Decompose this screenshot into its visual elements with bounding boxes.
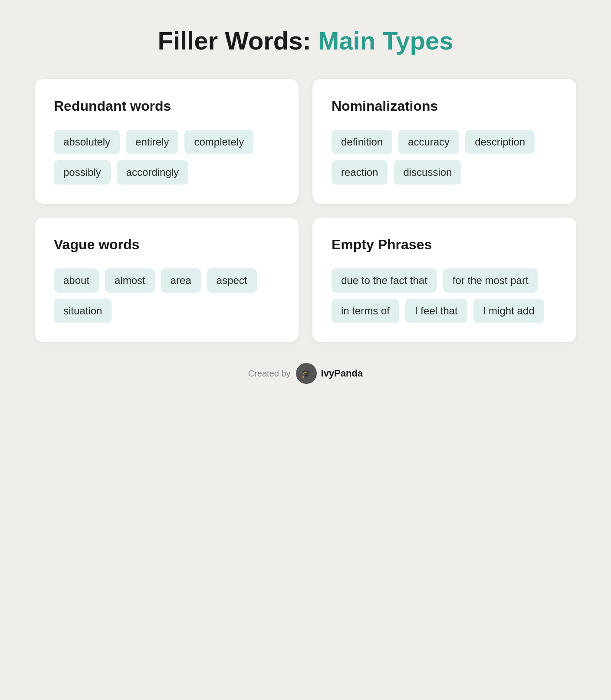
title-highlight: Main Types: [318, 26, 453, 55]
tag-item: description: [465, 130, 535, 154]
tag-item: absolutely: [54, 130, 120, 154]
created-by-text: Created by: [248, 369, 291, 379]
tag-item: reaction: [332, 160, 388, 185]
footer: Created by 🎓 IvyPanda: [248, 363, 363, 384]
tag-item: due to the fact that: [332, 268, 437, 293]
tag-item: accuracy: [398, 130, 459, 154]
tag-item: aspect: [207, 268, 257, 293]
card-title-nominalizations: Nominalizations: [332, 98, 557, 114]
tags-container-empty-phrases: due to the fact thatfor the most partin …: [332, 268, 557, 323]
tags-container-vague-words: aboutalmostareaaspectsituation: [54, 268, 279, 323]
tag-item: discussion: [394, 160, 461, 185]
tag-item: about: [54, 268, 99, 293]
brand-name: IvyPanda: [321, 368, 363, 379]
tag-item: in terms of: [332, 299, 399, 323]
page-title: Filler Words: Main Types: [158, 26, 453, 55]
brand-logo: 🎓 IvyPanda: [296, 363, 363, 384]
title-plain: Filler Words:: [158, 26, 318, 55]
card-empty-phrases: Empty Phrasesdue to the fact thatfor the…: [312, 218, 576, 342]
card-nominalizations: Nominalizationsdefinitionaccuracydescrip…: [312, 79, 576, 204]
tag-item: completely: [184, 130, 253, 154]
tag-item: possibly: [54, 160, 111, 185]
card-title-empty-phrases: Empty Phrases: [332, 237, 557, 253]
tag-item: situation: [54, 299, 112, 323]
card-title-redundant-words: Redundant words: [54, 98, 279, 114]
cards-grid: Redundant wordsabsolutelyentirelycomplet…: [35, 79, 576, 342]
card-title-vague-words: Vague words: [54, 237, 279, 253]
tag-item: for the most part: [443, 268, 538, 293]
tag-item: accordingly: [117, 160, 188, 185]
tags-container-nominalizations: definitionaccuracydescriptionreactiondis…: [332, 130, 557, 185]
tags-container-redundant-words: absolutelyentirelycompletelypossiblyacco…: [54, 130, 279, 185]
logo-icon: 🎓: [296, 363, 317, 384]
card-vague-words: Vague wordsaboutalmostareaaspectsituatio…: [35, 218, 299, 342]
tag-item: entirely: [126, 130, 178, 154]
tag-item: definition: [332, 130, 392, 154]
tag-item: I might add: [473, 299, 544, 323]
tag-item: almost: [105, 268, 155, 293]
card-redundant-words: Redundant wordsabsolutelyentirelycomplet…: [35, 79, 299, 204]
tag-item: area: [161, 268, 201, 293]
tag-item: I feel that: [405, 299, 467, 323]
